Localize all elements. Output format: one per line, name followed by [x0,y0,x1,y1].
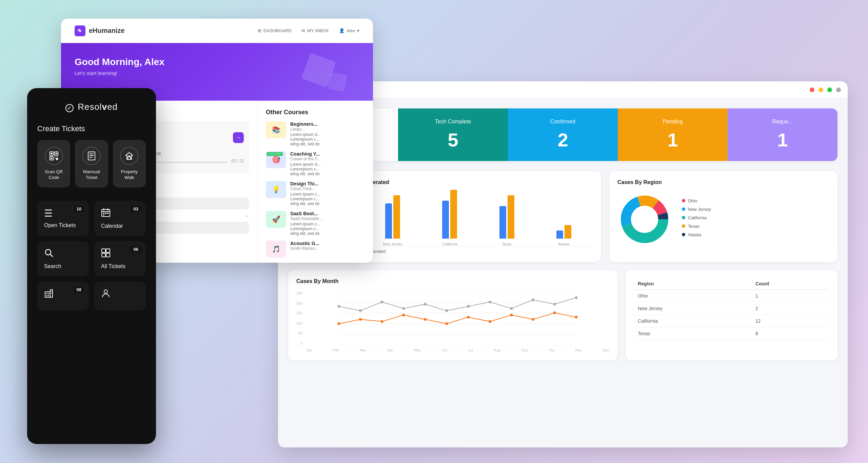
nj-hours-bar [385,203,392,239]
pending-label: Pending [626,119,719,125]
confirmed-value: 2 [516,129,610,151]
legend-ca: California [682,215,711,220]
svg-rect-20 [103,213,104,214]
table-card: Region Count Ohio 1 New Jersey 2 [626,270,837,360]
ca-hours-bar [442,201,449,239]
maximize-dot[interactable] [827,87,832,92]
course-thumb-3: 🚀 [266,211,286,228]
property-walk-icon [120,147,138,165]
property-walk-button[interactable]: PropertyWalk [113,140,146,187]
legend-tx: Texas [682,224,711,229]
tx-legend-dot [682,224,685,228]
ak-label: Alaska [558,242,569,246]
dashboard-nav[interactable]: ⊞DASHBOARD [258,28,291,33]
gray-dot-3 [402,307,405,310]
donut-chart-title: Cases By Region [617,179,829,185]
tx-label: Texas [502,242,512,246]
manual-ticket-button[interactable]: MannualTicket [75,140,108,187]
gray-dot-10 [553,303,556,305]
scan-qr-label: Scan QRCode [41,169,67,181]
ca-count: 12 [751,315,829,327]
svg-rect-6 [55,157,55,157]
svg-rect-1 [51,153,52,154]
course-item-2: 💡 Design Thi... Cloud Think... Lorem ips… [266,181,365,206]
requested-card: Reque... 1 [728,108,837,161]
user-profile-nav[interactable]: 👤Alex ▾ [339,28,359,33]
svg-rect-10 [56,158,58,160]
svg-rect-35 [48,295,49,296]
bar-group-ca: California [424,190,475,246]
nav-grid: 10 ☰ Open Tickets 03 Calendar [37,201,146,310]
buildings-nav[interactable]: 08 [37,282,89,310]
scan-qr-icon [45,147,63,165]
bar-group-ak: Alaska [538,225,590,246]
tech-complete-card: Tech Complete 5 [398,108,508,161]
orange-dot-0 [338,322,340,325]
scan-qr-button[interactable]: Scan QRCode [37,140,70,187]
count-column-header: Count [751,278,829,289]
course-arrow-button[interactable]: → [233,132,244,143]
ak-legend-dot [682,233,685,236]
svg-rect-7 [56,157,57,157]
course-desc-2: Lorem ipsum c...Loremipsum c...eling eli… [290,192,320,206]
line-x-labels: Jan Feb Mar Apr May Jun Jul Aug Sep Oct … [306,348,609,352]
open-tickets-badge: 10 [74,206,84,212]
eh-logo-text: eHumanize [89,27,125,35]
tx-hours-bar [499,206,506,239]
buildings-badge: 08 [74,286,84,293]
ohio-region: Ohio [634,289,751,302]
donut-wrap: Ohio New Jersey California Texas [617,192,829,246]
line-chart-svg [306,291,609,345]
svg-rect-21 [105,213,106,214]
svg-rect-29 [106,253,110,257]
legend-ohio: Ohio [682,198,711,203]
minimize-dot[interactable] [818,87,823,92]
calendar-label: Calendar [101,223,139,229]
svg-rect-3 [56,153,57,154]
manual-ticket-icon [82,147,101,165]
search-nav[interactable]: Search [37,241,89,276]
ticket-buttons-group: Scan QRCode MannualTicket P [37,140,146,187]
open-tickets-label: Open Tickets [44,222,82,228]
svg-rect-8 [57,157,58,157]
search-nav-icon [44,248,82,260]
user-nav[interactable] [94,282,146,310]
create-tickets-label: Create Tickets [37,124,146,133]
close-dot[interactable] [810,87,814,92]
orange-dot-5 [446,322,448,325]
region-column-header: Region [634,278,751,289]
course-desc-3: Lorem ipsum c...Loremipsum c...eling eli… [290,222,322,236]
gray-dot-9 [532,299,534,301]
svg-rect-30 [45,292,50,297]
share-icon[interactable]: ⤷ [244,213,249,219]
open-tickets-nav[interactable]: 10 ☰ Open Tickets [37,201,89,236]
eh-right-panel: Other Courses 📚 Beginners... Langu... Lo… [258,101,373,263]
all-tickets-nav[interactable]: 06 All Tickets [94,241,146,276]
table-header-row: Region Count [634,278,829,289]
calendar-nav[interactable]: 03 Calendar [94,201,146,236]
manual-ticket-label: MannualTicket [78,169,104,181]
orange-dot-2 [381,320,383,323]
orange-dot-11 [575,316,578,319]
tx-revenue-bar [508,195,514,239]
course-item-0: 📚 Beginners... Langu... Lorem ipsum d...… [266,121,365,146]
course-title-1: Coaching Y... [290,151,321,157]
user-icon [101,288,139,300]
table-row-nj: New Jersey 2 [634,302,829,315]
tech-complete-label: Tech Complete [406,119,500,125]
orange-dot-7 [489,320,491,323]
orange-dot-9 [532,318,534,321]
svg-rect-23 [103,215,104,216]
legend-ak: Alaska [682,232,711,237]
course-item-1: 🎯 ONGOING Coaching Y... Cream of the C..… [266,151,365,176]
orange-dot-4 [424,318,427,321]
orange-dot-3 [402,314,405,316]
svg-rect-22 [107,213,108,214]
inbox-nav[interactable]: ✉MY INBOX [301,28,329,33]
nj-region: New Jersey [634,302,751,315]
gray-line [339,298,576,310]
requested-value: 1 [736,129,829,151]
tx-legend-label: Texas [688,224,699,229]
gray-dot-1 [359,309,362,312]
course-sub-3: SaaS Associate... [290,216,322,221]
